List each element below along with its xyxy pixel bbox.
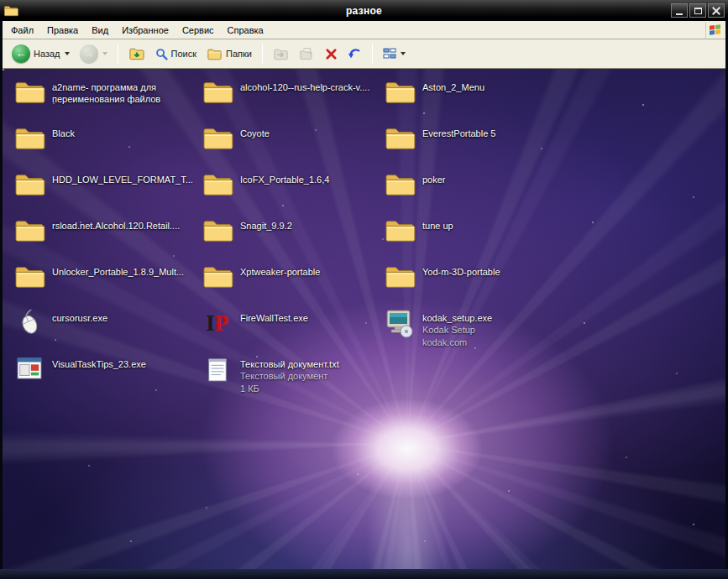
window-controls [671,3,725,18]
up-button[interactable] [124,44,149,64]
file-label: Yod-m-3D-portable [422,266,500,278]
up-folder-icon [128,46,145,61]
file-grid: a2name- программа для переименования фай… [3,69,725,402]
search-button[interactable]: Поиск [151,45,201,63]
svg-text:P: P [214,310,228,335]
menu-item-view[interactable]: Вид [85,22,115,39]
titlebar: разное [0,0,728,21]
file-item[interactable]: alcohol-120--rus-help-crack-v.... [201,79,373,125]
toolbar-separator [372,44,373,64]
file-label: Snagit_9.9.2 [240,220,292,232]
move-to-button[interactable] [269,44,293,64]
toolbar-separator [262,44,263,64]
search-label: Поиск [171,49,196,59]
move-to-folder-icon [273,47,289,61]
folder-icon [383,171,416,198]
folder-icon [201,263,234,290]
window-folder-icon [3,3,20,18]
file-item[interactable]: Xptweaker-portable [201,263,373,310]
toolbar: ← Назад → Поиск [3,39,725,69]
maximize-button[interactable] [689,3,706,18]
folder-icon [13,171,46,198]
toolbar-separator [118,44,118,64]
window-title: разное [0,5,728,17]
file-label: Black [52,128,75,139]
folder-icon [13,125,46,152]
file-item[interactable]: Unlocker_Portable_1.8.9_Mult... [13,263,185,310]
folder-icon [383,79,416,106]
file-item[interactable]: Snagit_9.9.2 [201,217,373,263]
file-label: EverestPortable 5 [422,128,495,139]
folders-icon [207,47,223,61]
folder-icon [201,171,234,198]
file-item[interactable]: Black [13,125,185,171]
file-item[interactable]: EverestPortable 5 [383,125,555,171]
folder-icon [201,217,234,244]
svg-text:I: I [206,310,215,335]
file-label: Unlocker_Portable_1.8.9_Mult... [52,266,184,278]
search-icon [155,48,168,60]
file-item[interactable]: rsload.net.Alcohol.120.Retail.... [13,217,185,263]
menu-item-file[interactable]: Файл [4,22,40,39]
file-label: IcoFX_Portable_1.6,4 [240,174,329,185]
mouse-icon [13,310,46,335]
file-label: FireWallTest.exe [240,312,308,324]
folder-icon [13,217,46,244]
file-item[interactable]: IcoFX_Portable_1.6,4 [201,171,373,217]
forward-dropdown-caret-icon [102,52,107,55]
window-bottom-border [0,569,728,579]
forward-arrow-icon: → [80,44,98,63]
file-item[interactable]: Yod-m-3D-portable [383,263,555,310]
file-label: kodak_setup.exe [422,312,492,324]
folder-icon [201,79,234,106]
menu-item-help[interactable]: Справка [221,22,270,39]
forward-button[interactable]: → [76,42,112,65]
copy-to-folder-icon [299,47,315,61]
back-label: Назад [34,49,60,59]
views-button[interactable] [379,45,410,62]
file-label: Aston_2_Menu [422,81,484,93]
maximize-icon [694,8,702,14]
explorer-window: разное Файл Правка Вид Избранное Сервис … [0,0,728,579]
menu-item-tools[interactable]: Сервис [175,22,221,39]
file-item[interactable]: tune up [383,217,555,263]
folder-icon [383,263,416,290]
back-dropdown-caret-icon [65,52,70,55]
delete-button[interactable] [321,45,342,63]
minimize-button[interactable] [671,3,688,18]
folder-view: a2name- программа для переименования фай… [3,69,725,569]
undo-button[interactable] [343,45,366,63]
file-item[interactable]: cursorusr.exe [13,310,185,356]
back-arrow-icon: ← [12,44,30,63]
file-item[interactable]: Coyote [201,125,373,171]
file-item[interactable]: kodak_setup.exe Kodak Setupkodak.com [383,310,555,356]
back-button[interactable]: ← Назад [8,42,74,65]
file-label: a2name- программа для переименования фай… [52,81,185,106]
minimize-icon [676,13,683,15]
file-item[interactable]: Текстовый документ.txt Текстовый докумен… [201,356,373,402]
menu-item-edit[interactable]: Правка [40,22,85,39]
folder-icon [13,79,46,106]
ip-logo-icon: IP [201,310,234,335]
copy-to-button[interactable] [295,44,319,64]
file-label: Coyote [240,128,270,139]
file-item[interactable]: VisualTaskTips_23.exe [13,356,185,402]
file-label: HDD_LOW_LEVEL_FORMAT_T... [52,174,193,185]
installer-icon [383,310,416,338]
views-dropdown-caret-icon [401,52,406,55]
menubar: Файл Правка Вид Избранное Сервис Справка [3,21,725,39]
file-item[interactable]: a2name- программа для переименования фай… [13,79,185,125]
file-item[interactable]: Aston_2_Menu [383,79,555,125]
file-item[interactable]: HDD_LOW_LEVEL_FORMAT_T... [13,171,185,217]
file-item[interactable]: poker [383,171,555,217]
close-button[interactable] [708,3,725,18]
file-item[interactable]: IP FireWallTest.exe [201,310,373,356]
close-icon [712,7,720,15]
views-icon [383,48,396,60]
file-label: poker [422,174,446,185]
menu-item-favorites[interactable]: Избранное [115,22,175,39]
file-label: rsload.net.Alcohol.120.Retail.... [52,220,180,232]
folder-icon [13,263,46,290]
folders-button[interactable]: Папки [202,44,256,64]
file-label: tune up [422,220,453,232]
